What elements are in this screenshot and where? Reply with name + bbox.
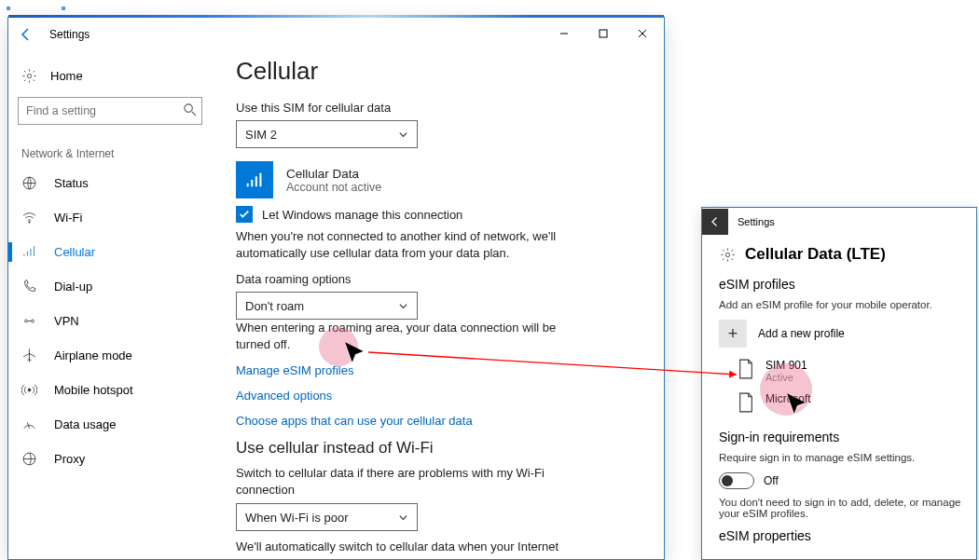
- page-heading: Cellular Data (LTE): [719, 245, 967, 264]
- link-choose-apps[interactable]: Choose apps that can use your cellular d…: [236, 414, 638, 428]
- airplane-icon: [21, 348, 37, 363]
- nav-label: Cellular: [54, 245, 95, 259]
- tile-title: Cellular Data: [286, 167, 381, 181]
- nav-dialup[interactable]: Dial-up: [8, 269, 212, 304]
- svg-point-1: [27, 74, 31, 77]
- search-field[interactable]: [18, 97, 202, 125]
- globe-icon: [21, 451, 37, 467]
- roaming-select-value: Don't roam: [245, 299, 304, 313]
- svg-point-6: [32, 320, 34, 322]
- nav-datausage[interactable]: Data usage: [8, 407, 212, 442]
- roaming-label: Data roaming options: [236, 272, 638, 286]
- esim-window: Settings Cellular Data (LTE) eSIM profil…: [701, 207, 977, 560]
- back-button[interactable]: [10, 19, 42, 50]
- gear-icon: [21, 68, 37, 84]
- profile-name: SIM 901: [765, 359, 807, 372]
- search-icon: [183, 102, 197, 120]
- section-profiles: eSIM profiles: [719, 277, 967, 292]
- titlebar: Settings: [8, 18, 664, 51]
- nav-label: Wi-Fi: [54, 211, 82, 225]
- svg-point-9: [725, 253, 729, 256]
- nav-label: Proxy: [54, 452, 85, 466]
- page-heading: Cellular: [236, 57, 638, 86]
- add-profile-label: Add a new profile: [758, 327, 845, 340]
- content-pane: Cellular Use this SIM for cellular data …: [215, 51, 664, 559]
- nav-group-label: Network & Internet: [8, 134, 212, 166]
- titlebar: Settings: [702, 208, 976, 236]
- nav-home[interactable]: Home: [8, 61, 212, 91]
- signin-note: You don't need to sign in to add, delete…: [719, 497, 967, 519]
- link-manage-esim[interactable]: Manage eSIM profiles: [236, 363, 638, 377]
- nav-label: VPN: [54, 314, 79, 328]
- chevron-down-icon: [398, 512, 408, 523]
- settings-window: Settings Home Network & Internet: [7, 17, 665, 560]
- desktop-icon: [3, 3, 14, 14]
- svg-rect-0: [600, 30, 607, 37]
- chevron-down-icon: [398, 130, 408, 140]
- desktop-icon: [58, 3, 69, 14]
- sim-icon: [738, 392, 754, 413]
- nav-label: Data usage: [54, 417, 117, 431]
- svg-point-2: [185, 104, 192, 112]
- nav-home-label: Home: [50, 69, 83, 83]
- esim-profile-item[interactable]: Microsoft: [738, 392, 967, 413]
- nav-label: Airplane mode: [54, 348, 132, 362]
- sim-label: Use this SIM for cellular data: [236, 101, 638, 115]
- svg-point-5: [25, 320, 28, 322]
- cellular-tile[interactable]: Cellular Data Account not active: [236, 161, 638, 198]
- add-profile-button[interactable]: + Add a new profile: [719, 320, 967, 348]
- plus-icon: +: [719, 320, 747, 348]
- signin-desc: Require sign in to manage eSIM settings.: [719, 452, 967, 463]
- link-advanced-options[interactable]: Advanced options: [236, 389, 638, 403]
- profile-status: Active: [765, 372, 807, 383]
- sim-select-value: SIM 2: [245, 128, 277, 142]
- chevron-down-icon: [398, 301, 408, 311]
- nav-status[interactable]: Status: [8, 166, 212, 200]
- roaming-description: When entering a roaming area, your data …: [236, 320, 581, 352]
- minimize-button[interactable]: [545, 20, 584, 48]
- signal-icon: [236, 161, 273, 198]
- svg-point-4: [29, 222, 30, 223]
- nav-label: Mobile hotspot: [54, 383, 133, 397]
- hotspot-icon: [21, 382, 37, 398]
- section-properties: eSIM properties: [719, 528, 967, 543]
- toggle-state: Off: [764, 474, 779, 487]
- tile-subtitle: Account not active: [286, 181, 381, 194]
- gear-icon: [719, 246, 736, 263]
- nav-vpn[interactable]: VPN: [8, 304, 212, 338]
- back-button[interactable]: [702, 209, 728, 235]
- manage-checkbox[interactable]: [236, 206, 253, 223]
- arrow-left-icon: [19, 27, 34, 42]
- nav-wifi[interactable]: Wi-Fi: [8, 200, 212, 235]
- gauge-icon: [21, 417, 37, 432]
- search-input[interactable]: [18, 97, 202, 125]
- esim-profile-item[interactable]: SIM 901 Active: [738, 359, 967, 383]
- nav-hotspot[interactable]: Mobile hotspot: [8, 373, 212, 407]
- nav-cellular[interactable]: Cellular: [8, 235, 212, 269]
- profile-name: Microsoft: [765, 392, 811, 405]
- alt-heading: Use cellular instead of Wi-Fi: [236, 439, 638, 458]
- close-button[interactable]: [623, 20, 662, 48]
- svg-point-7: [28, 389, 31, 391]
- nav-proxy[interactable]: Proxy: [8, 442, 212, 476]
- sim-icon: [738, 359, 754, 379]
- alt-note: We'll automatically switch to cellular d…: [236, 539, 581, 559]
- sidebar: Home Network & Internet Status Wi-Fi Cel…: [8, 51, 215, 559]
- wifi-icon: [21, 210, 37, 225]
- signin-toggle[interactable]: [719, 472, 754, 489]
- signal-icon: [21, 244, 37, 260]
- wifi-fallback-select[interactable]: When Wi-Fi is poor: [236, 503, 418, 531]
- vpn-icon: [21, 313, 37, 329]
- wifi-fallback-value: When Wi-Fi is poor: [245, 511, 349, 525]
- alt-desc: Switch to cellular data if there are pro…: [236, 465, 581, 498]
- maximize-button[interactable]: [584, 20, 623, 48]
- nav-label: Dial-up: [54, 280, 92, 294]
- window-title: Settings: [49, 28, 90, 41]
- phone-icon: [21, 279, 37, 294]
- arrow-left-icon: [710, 216, 721, 227]
- roaming-select[interactable]: Don't roam: [236, 292, 418, 320]
- profiles-desc: Add an eSIM profile for your mobile oper…: [719, 299, 967, 310]
- nav-airplane[interactable]: Airplane mode: [8, 338, 212, 373]
- section-signin: Sign-in requirements: [719, 430, 967, 444]
- sim-select[interactable]: SIM 2: [236, 120, 418, 148]
